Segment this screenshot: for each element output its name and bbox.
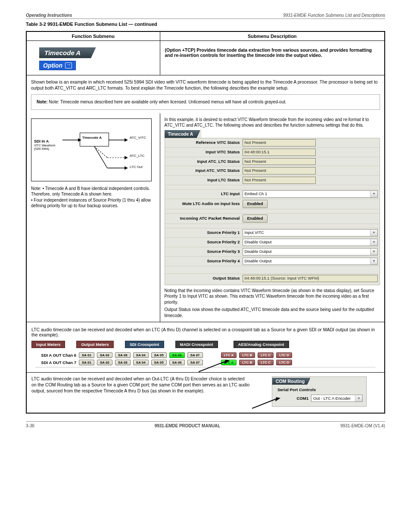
diagram-in-label: SDI In A: [34, 139, 49, 144]
label-ltc-input: LTC Input: [165, 190, 243, 198]
priority-note: Note: • Timecode A and B have identical …: [31, 186, 156, 209]
timecode-diagram: SDI In A VITC Waveform (525i 5994) Timec…: [31, 118, 152, 181]
com-panel: COM Routing Serial Port Controls COM1 Ou…: [272, 376, 367, 407]
sa-pill[interactable]: SA 01: [79, 360, 94, 365]
page-footer: 3-36 9931-EMDE PRODUCT MANUAL 9931-EMDE-…: [26, 421, 385, 428]
svg-marker-1: [78, 138, 81, 142]
sa-pill[interactable]: SA 02: [97, 360, 112, 365]
toggle-mute[interactable]: Enabled: [243, 200, 268, 208]
com1-label: COM1: [297, 396, 308, 401]
ltc-pill[interactable]: LTC C: [258, 360, 274, 365]
dropdown-com1[interactable]: Out - LTC A Encoder ▾: [311, 395, 363, 402]
option-label: Option: [43, 62, 62, 69]
chan-label-7: SDI A OUT Chan 7: [36, 360, 76, 365]
dropdown-priority2[interactable]: Disable Output▾: [243, 239, 378, 246]
value-in-ltc: Not Present: [243, 177, 316, 184]
diagram-out1: ATC_VITC: [130, 136, 146, 140]
label-ref-vitc: Reference VITC Status: [165, 139, 243, 147]
status-panel-tab[interactable]: Timecode A: [165, 130, 201, 138]
sa-pill[interactable]: SA 06: [169, 360, 185, 365]
label-output-status: Output Status: [165, 274, 243, 283]
sa-pill[interactable]: SA 01: [79, 352, 94, 358]
label-atc-removal: Incoming ATC Packet Removal: [165, 215, 243, 223]
com-sub-label: Serial Port Controls: [277, 387, 363, 392]
svg-marker-11: [224, 360, 230, 364]
com-routing-tab[interactable]: COM Routing: [272, 378, 311, 385]
status-output-line: Output Status now shows the outputted AT…: [165, 307, 380, 318]
value-ref-vitc: Not Present: [243, 139, 316, 146]
dropdown-priority3[interactable]: Disable Output▾: [243, 248, 378, 255]
main-table: Function Submenu Submenu Description Tim…: [26, 31, 385, 414]
chan-row-7: SDI A OUT Chan 7 SA 01 SA 02 SA 03 SA 04…: [36, 360, 375, 365]
svg-line-10: [199, 361, 225, 372]
pointer-arrow-icon: [199, 359, 233, 373]
chevron-down-icon: ▾: [355, 395, 362, 401]
diagram-out2: ATC_LTC: [130, 154, 144, 158]
com-intro: LTC audio timecode can be received and d…: [27, 373, 255, 396]
status-intro: In this example, it is desired to extrac…: [165, 117, 380, 128]
diagram-in-sub: VITC Waveform (525i 5994): [34, 144, 56, 150]
col-header-function: Function Submenu: [26, 31, 160, 41]
footer-title: 9931-EMDE PRODUCT MANUAL: [155, 423, 221, 428]
license-note: (Option +TCP) Provides timecode data ext…: [165, 47, 380, 58]
svg-marker-9: [125, 166, 128, 170]
pointer-arrow-icon: [252, 395, 282, 410]
timecode-tab[interactable]: Timecode A: [39, 47, 100, 58]
sa-pill[interactable]: SA 04: [133, 352, 149, 358]
ltc-pill[interactable]: LTC C: [258, 352, 274, 358]
col-header-submenu: Submenu Description: [160, 31, 385, 41]
svg-line-7: [94, 146, 107, 168]
dropdown-ltc-input[interactable]: Embed Ch 1 ▾: [243, 190, 378, 198]
svg-marker-3: [125, 138, 128, 142]
sa-pill[interactable]: SA 05: [151, 360, 167, 365]
label-in-ltc: Input LTC Status: [165, 176, 243, 184]
tab-input-meters[interactable]: Input Meters: [31, 341, 65, 348]
diagram-out3: LTC Out: [130, 165, 143, 169]
option-badge: Option: [39, 61, 76, 70]
sa-pill[interactable]: SA 03: [115, 360, 131, 365]
footer-page: 3-36: [26, 423, 34, 428]
ltc-pill[interactable]: LTC D: [276, 360, 292, 365]
svg-marker-13: [275, 397, 280, 401]
mandatory-note: Note: Note: Timecode menus described her…: [31, 94, 380, 110]
tab-madi-crosspoint[interactable]: MADI Crosspoint: [175, 341, 218, 348]
sa-pill[interactable]: SA 07: [187, 352, 203, 358]
sa-pill[interactable]: SA 02: [97, 352, 112, 358]
dropdown-priority4[interactable]: Disable Output▾: [243, 258, 378, 265]
label-priority1: Source Priority 1: [165, 229, 243, 237]
ltc-pill[interactable]: LTC B: [239, 352, 255, 358]
value-output-status: 04:48:00:15.1 (Source: Input VITC WFM): [243, 275, 378, 282]
dropdown-priority1[interactable]: Input VITC▾: [243, 229, 378, 236]
value-in-vitc: 04:48:00:15.1: [243, 149, 316, 156]
status-noting: Noting that the incoming video contains …: [165, 288, 380, 305]
tab-output-meters[interactable]: Output Meters: [76, 341, 113, 348]
ltc-pill[interactable]: LTC D: [276, 352, 292, 358]
value-in-atc-ltc: Not Present: [243, 158, 316, 165]
tab-sdi-crosspoint[interactable]: SDI Crosspoint: [125, 341, 164, 348]
ltc-pill[interactable]: LTC B: [239, 360, 255, 365]
ltc-pill[interactable]: LTC A: [221, 352, 237, 358]
ltc-intro: LTC audio timecode can be received and d…: [27, 323, 384, 340]
example-intro: Shown below is an example in which recei…: [31, 79, 380, 91]
label-priority4: Source Priority 4: [165, 257, 243, 265]
chan-label-6: SDI A OUT Chan 6: [36, 353, 76, 358]
sa-pill[interactable]: SA 05: [151, 352, 167, 358]
sa-pill[interactable]: SA 04: [133, 360, 149, 365]
section-header-right: 9931-EMDE Function Submenu List and Desc…: [283, 13, 385, 18]
svg-line-12: [252, 399, 276, 408]
diagram-block-label: Timecode A: [82, 136, 102, 140]
toggle-atc-removal[interactable]: Enabled: [243, 215, 268, 223]
chan-row-6: SDI A OUT Chan 6 SA 01 SA 02 SA 03 SA 04…: [36, 352, 375, 358]
sa-pill-active[interactable]: SA 06: [169, 352, 185, 358]
label-mute: Mute LTC Audio on input loss: [165, 200, 243, 208]
chevron-down-icon: ▾: [370, 239, 377, 246]
option-icon: [65, 62, 72, 68]
table-caption: Table 3-2 9931-EMDE Function Submenu Lis…: [26, 22, 385, 27]
chevron-down-icon: ▾: [370, 258, 377, 264]
sa-pill[interactable]: SA 03: [115, 352, 131, 358]
crosspoint-tabs: Input Meters Output Meters SDI Crosspoin…: [31, 341, 380, 348]
tab-aes-crosspoint[interactable]: AES/Analog Crosspoint: [234, 341, 289, 348]
chevron-down-icon: ▾: [370, 249, 377, 255]
value-in-atc-vitc: Not Present: [243, 167, 316, 174]
chevron-down-icon: ▾: [370, 230, 377, 236]
